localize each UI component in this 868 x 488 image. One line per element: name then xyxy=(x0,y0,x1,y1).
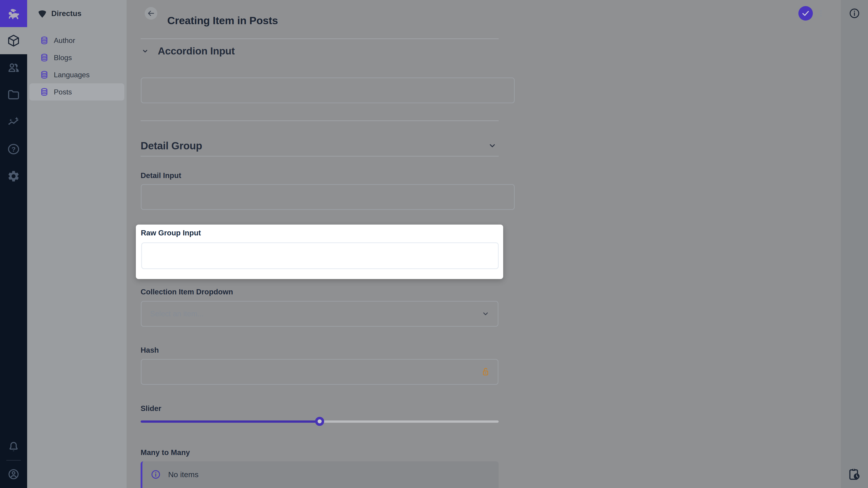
more-options-button[interactable] xyxy=(816,9,826,18)
divider xyxy=(141,121,499,121)
slider-handle[interactable] xyxy=(315,417,324,426)
empty-state-text: No items xyxy=(168,470,198,479)
directus-app: ? Directus xyxy=(0,0,868,488)
account-avatar-icon xyxy=(7,468,20,481)
divider xyxy=(141,38,499,39)
detail-input-field[interactable] xyxy=(141,184,515,210)
sidebar-item-author[interactable]: Author xyxy=(29,32,124,49)
module-file-library[interactable] xyxy=(0,81,27,108)
project-name: Directus xyxy=(51,9,82,18)
chevron-down-icon xyxy=(141,46,150,56)
database-icon xyxy=(40,70,49,79)
project-header[interactable]: Directus xyxy=(27,0,127,27)
info-icon xyxy=(151,469,161,480)
save-button[interactable] xyxy=(798,6,813,21)
detail-group-header[interactable]: Detail Group xyxy=(141,140,499,152)
directus-logo-button[interactable] xyxy=(0,0,27,27)
module-user-directory[interactable] xyxy=(0,54,27,81)
module-insights[interactable] xyxy=(0,108,27,135)
directus-logo-rabbit-icon xyxy=(6,6,21,21)
module-content[interactable] xyxy=(0,27,27,54)
lock-open-icon xyxy=(480,366,491,377)
notifications-bell-icon xyxy=(7,441,20,453)
database-icon xyxy=(40,53,49,62)
accordion-input-label: Accordion Input xyxy=(158,45,235,57)
raw-group-input-label: Raw Group Input xyxy=(141,229,201,237)
hash-input-field[interactable] xyxy=(141,359,498,385)
raw-group-input-spotlight: Raw Group Input xyxy=(136,225,503,279)
sidebar-pending-actions-button[interactable] xyxy=(847,467,861,482)
raw-group-input-field[interactable] xyxy=(141,242,499,269)
insights-chart-icon xyxy=(7,116,20,129)
user-directory-icon xyxy=(7,61,20,74)
check-icon xyxy=(801,9,810,18)
chevron-down-icon xyxy=(487,141,497,151)
detail-input-label: Detail Input xyxy=(141,171,181,180)
module-bar: ? xyxy=(0,0,27,488)
slider-fill xyxy=(141,420,320,423)
slider-track[interactable] xyxy=(141,420,499,423)
database-icon xyxy=(40,88,49,96)
info-icon xyxy=(848,7,860,19)
info-sidebar-button[interactable] xyxy=(848,7,860,19)
sidebar-item-label: Blogs xyxy=(54,54,72,62)
account-button[interactable] xyxy=(0,461,27,488)
divider xyxy=(141,156,499,157)
vertical-dots-icon xyxy=(816,9,826,18)
collection-item-dropdown[interactable]: Select an item... xyxy=(141,301,498,327)
collection-item-dropdown-label: Collection Item Dropdown xyxy=(141,288,233,296)
slider-label: Slider xyxy=(141,404,161,413)
svg-text:?: ? xyxy=(11,145,16,153)
content-module-cube-icon xyxy=(7,34,20,47)
database-icon xyxy=(40,36,49,45)
sidebar-item-label: Posts xyxy=(54,88,72,96)
file-library-folder-icon xyxy=(7,88,20,101)
sidebar-item-label: Languages xyxy=(54,71,90,79)
module-settings[interactable] xyxy=(0,163,27,190)
hash-label: Hash xyxy=(141,346,159,355)
sidebar-item-posts[interactable]: Posts xyxy=(29,84,124,101)
accordion-input-field[interactable] xyxy=(141,77,515,103)
gem-fan-icon xyxy=(37,8,48,19)
pending-actions-icon xyxy=(847,467,861,482)
detail-group-label: Detail Group xyxy=(141,140,202,152)
help-docs-icon: ? xyxy=(7,142,20,156)
sidebar-item-blogs[interactable]: Blogs xyxy=(29,49,124,66)
accordion-input-header[interactable]: Accordion Input xyxy=(141,45,235,57)
sidebar-item-languages[interactable]: Languages xyxy=(29,66,124,84)
dropdown-placeholder: Select an item... xyxy=(150,310,204,318)
sidebar-item-label: Author xyxy=(54,36,75,45)
settings-gear-icon xyxy=(7,170,20,183)
chevron-down-icon xyxy=(481,309,490,318)
module-help[interactable]: ? xyxy=(0,135,27,163)
many-to-many-empty-notice: No items xyxy=(141,461,499,488)
right-sidebar-strip xyxy=(841,0,868,488)
notifications-button[interactable] xyxy=(0,433,27,461)
collections-nav: Directus Author Blogs xyxy=(27,0,127,488)
many-to-many-label: Many to Many xyxy=(141,448,190,457)
